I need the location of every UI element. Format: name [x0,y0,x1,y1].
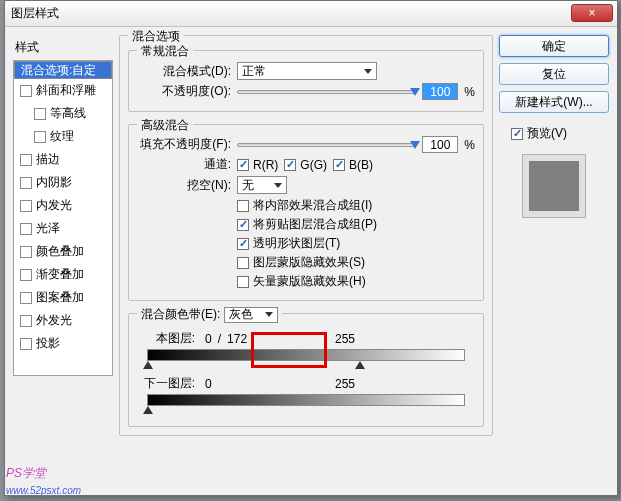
preview-checkbox[interactable]: ✓预览(V) [511,125,609,142]
style-label: 图案叠加 [36,289,84,306]
style-label: 等高线 [50,105,86,122]
style-label: 内阴影 [36,174,72,191]
blend-mode-select[interactable]: 正常 [237,62,377,80]
checkbox[interactable] [20,85,32,97]
this-layer-gradient[interactable] [147,349,465,361]
opt-interior-effects[interactable]: 将内部效果混合成组(I) [237,197,475,214]
ok-button[interactable]: 确定 [499,35,609,57]
style-drop-shadow[interactable]: 投影 [14,332,112,355]
blend-if-label: 混合颜色带(E): [141,306,220,323]
style-blend-options[interactable]: 混合选项:自定 [14,61,112,79]
opt-vector-mask-hides[interactable]: 矢量蒙版隐藏效果(H) [237,273,475,290]
this-layer-white-stop[interactable] [460,361,470,369]
style-label: 斜面和浮雕 [36,82,96,99]
opt-layer-mask-hides[interactable]: 图层蒙版隐藏效果(S) [237,254,475,271]
checkbox[interactable] [20,223,32,235]
style-color-overlay[interactable]: 颜色叠加 [14,240,112,263]
new-style-button[interactable]: 新建样式(W)... [499,91,609,113]
this-layer-low: 0 [205,332,212,346]
style-texture[interactable]: 纹理 [14,125,112,148]
fill-unit: % [464,138,475,152]
knockout-label: 挖空(N): [137,177,231,194]
this-layer-black-stop[interactable] [143,361,153,369]
under-layer-gradient[interactable] [147,394,465,406]
checkbox[interactable] [20,338,32,350]
style-label: 外发光 [36,312,72,329]
checkbox[interactable] [20,154,32,166]
blend-if-group: 混合颜色带(E): 灰色 本图层: 0 / 172 255 [128,313,484,427]
cancel-button[interactable]: 复位 [499,63,609,85]
checkbox[interactable] [20,246,32,258]
checkbox[interactable] [20,315,32,327]
checkbox[interactable] [20,292,32,304]
style-stroke[interactable]: 描边 [14,148,112,171]
checkbox[interactable] [34,131,46,143]
checkbox[interactable] [34,108,46,120]
opacity-unit: % [464,85,475,99]
under-layer-max: 255 [335,377,365,391]
opacity-value[interactable] [422,83,458,100]
opt-transparency-shapes[interactable]: ✓透明形状图层(T) [237,235,475,252]
under-layer-white-stop[interactable] [460,406,470,414]
style-label: 颜色叠加 [36,243,84,260]
subgroup-title: 高级混合 [137,117,193,134]
style-gradient-overlay[interactable]: 渐变叠加 [14,263,112,286]
styles-header: 样式 [13,35,113,60]
this-layer-white-low-stop[interactable] [355,361,365,369]
dialog-title: 图层样式 [11,5,611,22]
watermark: PS学堂 www.52psxt.com [6,465,81,497]
style-pattern-overlay[interactable]: 图案叠加 [14,286,112,309]
titlebar[interactable]: 图层样式 × [5,1,617,27]
blend-if-select[interactable]: 灰色 [224,307,278,323]
opacity-slider[interactable] [237,90,416,94]
checkbox[interactable] [20,269,32,281]
this-layer-max: 255 [335,332,365,346]
style-label: 渐变叠加 [36,266,84,283]
style-outer-glow[interactable]: 外发光 [14,309,112,332]
styles-list: 混合选项:自定 斜面和浮雕 等高线 纹理 描边 内阴影 内发光 光泽 颜色叠加 … [13,60,113,376]
style-contour[interactable]: 等高线 [14,102,112,125]
close-button[interactable]: × [571,4,613,22]
channel-b[interactable]: ✓B(B) [333,158,373,172]
chevron-down-icon [265,312,273,317]
this-layer-label: 本图层: [137,330,195,347]
style-bevel[interactable]: 斜面和浮雕 [14,79,112,102]
chevron-down-icon [364,69,372,74]
style-label: 光泽 [36,220,60,237]
blend-mode-label: 混合模式(D): [137,63,231,80]
channel-r[interactable]: ✓R(R) [237,158,278,172]
chevron-down-icon [274,183,282,188]
style-inner-glow[interactable]: 内发光 [14,194,112,217]
subgroup-title: 常规混合 [137,43,193,60]
under-layer-low: 0 [205,377,212,391]
style-label: 混合选项:自定 [21,62,96,79]
opacity-label: 不透明度(O): [137,83,231,100]
general-blend-group: 常规混合 混合模式(D): 正常 不透明度(O): % [128,50,484,112]
style-inner-shadow[interactable]: 内阴影 [14,171,112,194]
channel-g[interactable]: ✓G(G) [284,158,327,172]
under-layer-black-stop[interactable] [143,406,153,414]
checkbox[interactable] [20,200,32,212]
style-label: 内发光 [36,197,72,214]
style-satin[interactable]: 光泽 [14,217,112,240]
knockout-select[interactable]: 无 [237,176,287,194]
style-label: 投影 [36,335,60,352]
fill-opacity-label: 填充不透明度(F): [137,136,231,153]
style-label: 描边 [36,151,60,168]
channels-label: 通道: [137,156,231,173]
opt-clipped-layers[interactable]: ✓将剪贴图层混合成组(P) [237,216,475,233]
this-layer-high: 172 [227,332,247,346]
under-layer-label: 下一图层: [137,375,195,392]
close-icon: × [588,6,595,20]
layer-style-dialog: 图层样式 × 样式 混合选项:自定 斜面和浮雕 等高线 纹理 描边 内阴影 内发… [4,0,618,496]
checkbox[interactable] [20,177,32,189]
blend-options-group: 混合选项 常规混合 混合模式(D): 正常 不透明度(O): % 高级混合 填充… [119,35,493,436]
style-label: 纹理 [50,128,74,145]
advanced-blend-group: 高级混合 填充不透明度(F): % 通道: ✓R(R) ✓G(G) ✓B(B) … [128,124,484,301]
fill-opacity-slider[interactable] [237,143,416,147]
fill-opacity-value[interactable] [422,136,458,153]
preview-swatch [522,154,586,218]
